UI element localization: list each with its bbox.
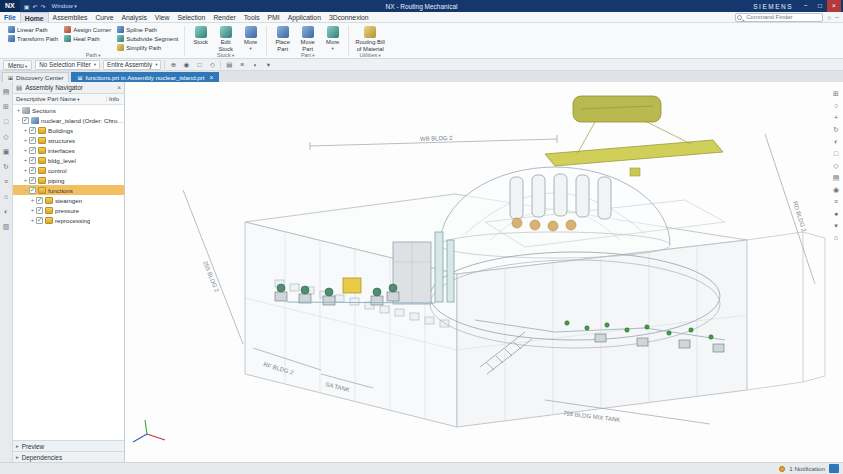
snap-point-icon[interactable] <box>181 60 191 70</box>
style-shaded-icon[interactable] <box>830 136 842 147</box>
home-view-icon[interactable] <box>830 232 842 243</box>
preview-section[interactable]: ▸ Preview <box>13 440 124 451</box>
undo-icon[interactable] <box>32 3 37 10</box>
stock-button[interactable]: Stock <box>189 25 212 46</box>
checkbox[interactable] <box>29 127 36 134</box>
tree-row-steamgen[interactable]: + steamgen <box>13 195 124 205</box>
history-icon[interactable] <box>1 162 12 172</box>
tree-row-structures[interactable]: + structures <box>13 135 124 145</box>
expand-toggle[interactable]: + <box>22 167 29 173</box>
notification-text[interactable]: 1 Notification <box>789 465 825 472</box>
tab-home[interactable]: Home <box>20 12 49 23</box>
touch-mode-icon[interactable] <box>1 222 12 232</box>
expand-toggle[interactable]: + <box>15 107 22 113</box>
layer-settings-icon[interactable] <box>830 196 842 207</box>
tree-row-buildings[interactable]: + Buildings <box>13 125 124 135</box>
tree-row-pressure[interactable]: + pressure <box>13 205 124 215</box>
tree-row-nuclear-island[interactable]: - nuclear_island (Order: Chronological) <box>13 115 124 125</box>
more-views-icon[interactable] <box>830 220 842 231</box>
tab-assemblies[interactable]: Assemblies <box>49 12 92 23</box>
assembly-navigator-icon[interactable] <box>1 87 12 97</box>
part-more-button[interactable]: More <box>321 25 344 52</box>
checkbox[interactable] <box>29 157 36 164</box>
select-rectangle-icon[interactable] <box>194 60 204 70</box>
tab-analysis[interactable]: Analysis <box>118 12 151 23</box>
tree-row-bldg-level[interactable]: + bldg_level <box>13 155 124 165</box>
tab-view[interactable]: View <box>151 12 174 23</box>
rotate-icon[interactable] <box>830 124 842 135</box>
section-view-icon[interactable] <box>830 172 842 183</box>
tree-row-functions[interactable]: - functions <box>13 185 124 195</box>
tab-render[interactable]: Render <box>209 12 239 23</box>
checkbox[interactable] <box>29 137 36 144</box>
part-navigator-icon[interactable] <box>1 117 12 127</box>
notification-icon[interactable] <box>779 466 785 472</box>
command-finder-input[interactable] <box>735 13 823 22</box>
expand-toggle[interactable]: + <box>22 127 29 133</box>
selection-scope-select[interactable]: Entire Assembly <box>103 60 161 70</box>
heal-path-button[interactable]: Heal Path <box>62 34 113 43</box>
stock-more-button[interactable]: More <box>239 25 262 52</box>
tab-tools[interactable]: Tools <box>240 12 264 23</box>
datum-icon[interactable] <box>224 60 234 70</box>
ribbon-group-label-utilities[interactable]: Utilities <box>353 52 387 59</box>
tab-selection[interactable]: Selection <box>173 12 209 23</box>
move-part-button[interactable]: Move Part <box>296 25 319 52</box>
graphics-window[interactable]: WB BLDG 2 RD BLDG 2 255 BLDG 2 RF BLDG 2… <box>125 82 843 462</box>
linear-path-button[interactable]: Linear Path <box>6 25 60 34</box>
selection-filter-select[interactable]: No Selection Filter <box>35 60 100 70</box>
column-info[interactable]: Info <box>106 96 124 102</box>
tree-row-piping[interactable]: + piping <box>13 175 124 185</box>
close-tab-icon[interactable]: × <box>210 74 214 81</box>
zoom-icon[interactable] <box>830 100 842 111</box>
ribbon-group-label-stock[interactable]: Stock <box>189 52 262 59</box>
expand-toggle[interactable]: + <box>29 197 36 203</box>
tab-application[interactable]: Application <box>284 12 325 23</box>
roles-icon[interactable] <box>1 207 12 217</box>
shaded-style-icon[interactable] <box>250 60 260 70</box>
reuse-library-icon[interactable] <box>1 132 12 142</box>
tree-row-reprocessing[interactable]: + reprocessing <box>13 215 124 225</box>
tree-row-interfaces[interactable]: + interfaces <box>13 145 124 155</box>
expand-toggle[interactable]: - <box>22 187 29 193</box>
fit-view-icon[interactable] <box>830 88 842 99</box>
more-tools-icon[interactable] <box>263 60 273 70</box>
show-hide-icon[interactable] <box>830 208 842 219</box>
tab-pmi[interactable]: PMI <box>264 12 284 23</box>
expand-toggle[interactable]: + <box>22 137 29 143</box>
checkbox[interactable] <box>29 167 36 174</box>
orient-icon[interactable] <box>207 60 217 70</box>
tree-row-control[interactable]: + control <box>13 165 124 175</box>
checkbox[interactable] <box>36 217 43 224</box>
tab-3dconnexion[interactable]: 3Dconnexion <box>325 12 373 23</box>
simplify-path-button[interactable]: Simplify Path <box>115 43 180 52</box>
tab-discovery-center[interactable]: Discovery Center <box>2 72 69 82</box>
wcs-icon[interactable] <box>168 60 178 70</box>
snap-view-icon[interactable] <box>830 184 842 195</box>
layout-badge-icon[interactable] <box>829 464 839 473</box>
expand-toggle[interactable]: - <box>15 117 22 123</box>
ribbon-group-label-part[interactable]: Part <box>271 52 344 59</box>
window-menu[interactable]: Window <box>51 3 76 9</box>
list-icon[interactable] <box>237 60 247 70</box>
subdivide-segment-button[interactable]: Subdivide Segment <box>115 34 180 43</box>
maximize-window-icon[interactable] <box>813 0 827 12</box>
assign-corner-button[interactable]: Assign Corner <box>62 25 113 34</box>
transform-path-button[interactable]: Transform Path <box>6 34 60 43</box>
checkbox[interactable] <box>29 177 36 184</box>
column-descriptive-part-name[interactable]: Descriptive Part Name <box>13 96 106 102</box>
dependencies-section[interactable]: ▸ Dependencies <box>13 451 124 462</box>
spline-path-button[interactable]: Spline Path <box>115 25 180 34</box>
view-manager-icon[interactable] <box>1 147 12 157</box>
close-window-icon[interactable] <box>827 0 841 12</box>
place-part-button[interactable]: Place Part <box>271 25 294 52</box>
tab-curve[interactable]: Curve <box>91 12 117 23</box>
user-icon[interactable] <box>827 14 831 21</box>
expand-toggle[interactable]: + <box>22 147 29 153</box>
redo-icon[interactable] <box>40 3 45 10</box>
checkbox[interactable] <box>29 147 36 154</box>
menu-button[interactable]: Menu <box>3 60 32 70</box>
minimize-ribbon-icon[interactable] <box>835 14 839 21</box>
checkbox[interactable] <box>29 187 36 194</box>
expand-toggle[interactable]: + <box>22 177 29 183</box>
